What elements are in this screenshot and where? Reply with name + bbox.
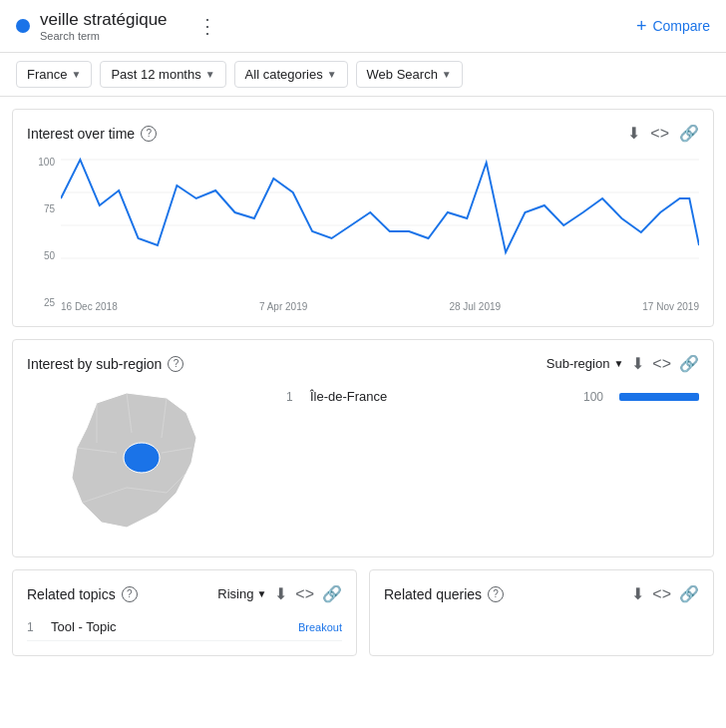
x-label-jul2019: 28 Jul 2019 [449,301,501,312]
topic-name: Tool - Topic [51,619,290,634]
region-label: France [27,67,67,82]
subregion-download-icon[interactable]: ⬇ [631,354,644,373]
france-map-svg [27,383,266,543]
region-item: 1 Île-de-France 100 [286,383,699,410]
subregion-title-label: Interest by sub-region [27,356,162,372]
related-queries-embed-icon[interactable]: <> [652,585,671,603]
subregion-content: 1 Île-de-France 100 [27,383,699,543]
related-queries-panel: Related queries ? ⬇ <> 🔗 [369,569,714,656]
section-title: Interest over time ? [27,126,157,142]
section-actions: ⬇ <> 🔗 [627,124,699,143]
related-queries-help-icon[interactable]: ? [488,586,504,602]
search-type-arrow-icon: ▼ [442,69,452,80]
related-topics-help-icon[interactable]: ? [122,586,138,602]
topic-rank: 1 [27,620,43,634]
search-term-title: veille stratégique [40,10,168,30]
interest-over-time-label: Interest over time [27,126,135,142]
subregion-section-title: Interest by sub-region ? [27,356,183,372]
related-topics-label: Related topics [27,586,116,602]
related-topics-embed-icon[interactable]: <> [295,585,314,603]
download-icon[interactable]: ⬇ [627,124,640,143]
category-label: All categories [245,67,323,82]
rising-arrow-icon: ▼ [256,588,266,599]
compare-plus-icon: + [636,16,647,37]
search-term-block: veille stratégique Search term ⋮ [16,10,225,42]
line-chart-svg [61,153,699,292]
search-term-info: veille stratégique Search term [40,10,168,42]
search-type-filter[interactable]: Web Search ▼ [356,61,463,88]
time-arrow-icon: ▼ [205,69,215,80]
related-topics-dropdown[interactable]: Rising ▼ [217,586,266,601]
time-label: Past 12 months [111,67,200,82]
x-label-dec2018: 16 Dec 2018 [61,301,118,312]
subregion-dropdown-label: Sub-region [546,356,610,371]
y-label-100: 100 [27,157,55,168]
topic-item: 1 Tool - Topic Breakout [27,613,342,641]
x-label-apr2019: 7 Apr 2019 [259,301,307,312]
related-topics-panel: Related topics ? Rising ▼ ⬇ <> 🔗 1 Tool … [12,569,357,656]
related-topics-share-icon[interactable]: 🔗 [322,584,342,603]
more-options-button[interactable]: ⋮ [189,10,225,42]
embed-icon[interactable]: <> [650,125,669,143]
compare-button[interactable]: + Compare [636,16,710,37]
breakout-badge: Breakout [298,621,342,633]
svg-point-5 [124,443,160,473]
help-icon[interactable]: ? [141,126,157,142]
france-map [27,383,266,543]
y-label-75: 75 [27,203,55,214]
bottom-panels: Related topics ? Rising ▼ ⬇ <> 🔗 1 Tool … [12,569,714,656]
compare-label: Compare [652,18,710,34]
related-queries-title: Related queries ? [384,586,504,602]
subregion-help-icon[interactable]: ? [168,356,183,372]
time-filter[interactable]: Past 12 months ▼ [100,61,225,88]
y-axis-labels: 100 75 50 25 [27,153,55,312]
region-name: Île-de-France [310,389,575,404]
region-rank: 1 [286,390,302,404]
filter-bar: France ▼ Past 12 months ▼ All categories… [0,53,726,97]
related-queries-share-icon[interactable]: 🔗 [679,584,699,603]
y-label-50: 50 [27,250,55,261]
category-arrow-icon: ▼ [327,69,337,80]
search-type-label: Web Search [367,67,438,82]
subregion-section-header: Interest by sub-region ? Sub-region ▼ ⬇ … [27,354,699,373]
interest-over-time-section: Interest over time ? ⬇ <> 🔗 100 75 50 25 [12,109,714,327]
region-filter[interactable]: France ▼ [16,61,92,88]
header: veille stratégique Search term ⋮ + Compa… [0,0,726,53]
subregion-dropdown[interactable]: Sub-region ▼ [546,356,624,371]
related-topics-download-icon[interactable]: ⬇ [274,584,287,603]
subregion-header-right: Sub-region ▼ ⬇ <> 🔗 [546,354,699,373]
share-icon[interactable]: 🔗 [679,124,699,143]
related-topics-header: Related topics ? Rising ▼ ⬇ <> 🔗 [27,584,342,603]
related-topics-title: Related topics ? [27,586,138,602]
x-axis: 16 Dec 2018 7 Apr 2019 28 Jul 2019 17 No… [61,301,699,312]
interest-by-subregion-section: Interest by sub-region ? Sub-region ▼ ⬇ … [12,339,714,557]
related-topics-actions: Rising ▼ ⬇ <> 🔗 [217,584,342,603]
region-bar [619,393,699,401]
region-arrow-icon: ▼ [71,69,81,80]
x-label-nov2019: 17 Nov 2019 [642,301,699,312]
search-term-subtitle: Search term [40,30,168,42]
rising-label: Rising [217,586,253,601]
related-queries-download-icon[interactable]: ⬇ [631,584,644,603]
subregion-dropdown-arrow-icon: ▼ [613,358,623,369]
blue-dot [16,19,30,33]
category-filter[interactable]: All categories ▼ [234,61,348,88]
related-queries-header: Related queries ? ⬇ <> 🔗 [384,584,699,603]
subregion-share-icon[interactable]: 🔗 [679,354,699,373]
region-value: 100 [583,390,603,404]
y-label-25: 25 [27,297,55,308]
chart-area: 100 75 50 25 16 Dec 2018 7 Apr 2019 28 J… [27,153,699,312]
related-queries-actions: ⬇ <> 🔗 [631,584,699,603]
chart-inner [61,153,699,292]
region-list: 1 Île-de-France 100 [286,383,699,410]
related-queries-label: Related queries [384,586,482,602]
section-header: Interest over time ? ⬇ <> 🔗 [27,124,699,143]
subregion-embed-icon[interactable]: <> [652,355,671,373]
